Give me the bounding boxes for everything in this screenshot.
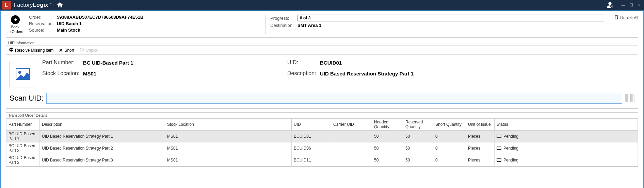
cell-unit: Pieces [466, 142, 495, 154]
table-row[interactable]: BC UID-Based Part 2UID Based Reservation… [6, 142, 638, 154]
unpick-button: Unpick [80, 47, 98, 53]
svg-rect-3 [615, 16, 618, 19]
svg-point-6 [18, 71, 21, 74]
unpick-all-button[interactable]: Unpick All [614, 15, 638, 21]
col-part-number[interactable]: Part Number [6, 119, 40, 131]
cell-part: BC UID-Based Part 1 [6, 131, 40, 142]
app-name: FactoryLogix™ [14, 2, 52, 8]
restore-button[interactable]: ❐ [629, 3, 634, 7]
uid-label: UID: [287, 59, 320, 66]
cell-carrier [331, 142, 372, 154]
cell-uid: BCUID11 [292, 154, 331, 166]
stock-location-label: Stock Location: [42, 70, 83, 76]
transport-order-group: Transport Order Details Part Number Desc… [6, 112, 638, 167]
cell-status: Pending [495, 142, 638, 154]
uid-information-group: UID Information Resolve Missing item ✕ S… [6, 40, 638, 109]
progress-label: Progress: [270, 16, 297, 21]
cell-short: 0 [433, 154, 466, 166]
order-label: Order: [29, 15, 57, 20]
part-number-label: Part Number: [42, 59, 83, 66]
reservation-label: Reservation: [29, 21, 57, 26]
x-icon: ✕ [59, 48, 63, 53]
col-description[interactable]: Description [40, 119, 165, 131]
scan-uid-input[interactable] [46, 93, 622, 104]
resolve-missing-button[interactable]: Resolve Missing item [9, 47, 53, 53]
col-reserved-qty[interactable]: Reserved Quantity [403, 119, 433, 131]
cell-needed: 50 [372, 142, 403, 154]
app-logo: L [2, 1, 11, 10]
destination-label: Destination: [270, 23, 297, 28]
table-row[interactable]: BC UID-Based Part 3UID Based Reservation… [6, 154, 638, 166]
window-controls: — ❐ ✕ [619, 3, 642, 7]
uid-toolbar: Resolve Missing item ✕ Short Unpick [6, 46, 638, 55]
cell-uid: BCUID01 [292, 131, 331, 142]
cell-unit: Pieces [466, 154, 495, 166]
part-image-placeholder [10, 61, 36, 87]
back-arrow-icon [11, 15, 20, 24]
table-row[interactable]: BC UID-Based Part 1UID Based Reservation… [6, 131, 638, 142]
svg-rect-14 [634, 94, 634, 102]
short-button[interactable]: ✕ Short [59, 48, 74, 53]
cell-desc: UID Based Reservation Strategy Part 2 [40, 142, 165, 154]
svg-rect-13 [632, 94, 633, 102]
cell-desc: UID Based Reservation Strategy Part 3 [40, 154, 165, 166]
user-icon[interactable]: ✕ [606, 1, 614, 10]
source-value: Main Stock [57, 28, 80, 33]
col-short-qty[interactable]: Short Quantity [433, 119, 466, 131]
status-text: Pending [503, 134, 518, 139]
brand-part-a: Factory [14, 2, 33, 8]
col-stock-location[interactable]: Stock Location [165, 119, 292, 131]
back-label-2: to Orders [6, 30, 25, 34]
destination-value: SMT Area 1 [297, 23, 321, 28]
order-value: 59388AABD507EC7D786608D9AF74E51B [57, 15, 143, 20]
col-needed-qty[interactable]: Needed Quantity [372, 119, 403, 131]
short-label: Short [64, 48, 74, 53]
undo-icon [80, 47, 84, 53]
reservation-value: UID Batch 1 [57, 21, 82, 26]
stock-location-value: MS01 [83, 71, 96, 76]
cell-status: Pending [495, 131, 638, 142]
col-unit-issue[interactable]: Unit of Issue [466, 119, 495, 131]
status-text: Pending [503, 146, 518, 151]
transport-group-title: Transport Order Details [6, 113, 638, 118]
status-box-icon [497, 135, 501, 138]
col-uid[interactable]: UID [292, 119, 331, 131]
cell-carrier [331, 154, 372, 166]
home-icon[interactable] [56, 1, 64, 9]
close-button[interactable]: ✕ [637, 3, 642, 7]
cell-needed: 50 [372, 131, 403, 142]
brand-part-b: Logix [33, 2, 48, 8]
clipboard-icon [614, 15, 619, 21]
cell-unit: Pieces [466, 131, 495, 142]
svg-rect-8 [626, 94, 627, 102]
cell-uid: BCUID06 [292, 142, 331, 154]
cell-short: 0 [433, 131, 466, 142]
info-right: Progress: 0 of 3 Destination: SMT Area 1 [270, 15, 604, 34]
svg-rect-10 [629, 94, 629, 102]
cell-stock: MS01 [165, 154, 292, 166]
cell-carrier [331, 131, 372, 142]
col-carrier-uid[interactable]: Carrier UID [331, 119, 372, 131]
cell-reserved: 50 [403, 131, 433, 142]
svg-rect-7 [625, 94, 626, 102]
svg-rect-12 [631, 94, 632, 102]
svg-rect-9 [627, 94, 628, 102]
col-status[interactable]: Status [495, 119, 638, 131]
cell-reserved: 50 [403, 142, 433, 154]
back-label-1: Back [6, 25, 25, 29]
uid-group-title: UID Information [6, 40, 638, 46]
transport-table: Part Number Description Stock Location U… [6, 118, 638, 166]
minimize-button[interactable]: — [621, 3, 626, 7]
cell-status: Pending [495, 154, 638, 166]
cell-short: 0 [433, 142, 466, 154]
status-text: Pending [503, 158, 518, 163]
description-label: Description: [287, 70, 320, 76]
unpick-all-label: Unpick All [620, 16, 638, 20]
part-number-value: BC UID-Based Part 1 [83, 60, 133, 66]
cell-needed: 50 [372, 154, 403, 166]
svg-rect-11 [630, 94, 631, 102]
unpick-label: Unpick [86, 48, 98, 53]
source-label: Source: [29, 28, 57, 33]
cell-reserved: 50 [403, 154, 433, 166]
back-button[interactable]: Back to Orders [6, 15, 25, 34]
